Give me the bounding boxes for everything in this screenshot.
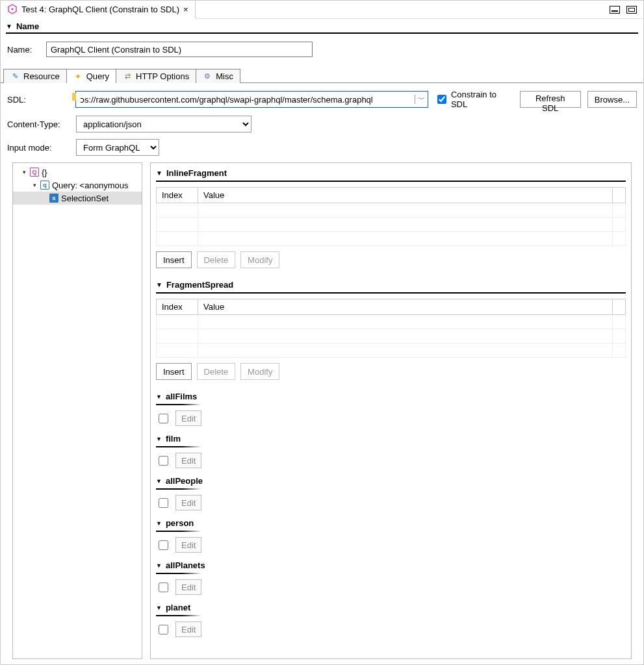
collapse-icon[interactable]: ▼ — [156, 169, 162, 177]
field-row: Edit — [156, 579, 626, 595]
field-enable-checkbox[interactable] — [159, 540, 168, 550]
fragment-spread-table[interactable]: Index Value — [156, 299, 626, 358]
field-title: planet — [166, 603, 190, 612]
edit-button[interactable]: Edit — [175, 621, 201, 637]
app-icon — [7, 4, 18, 14]
field-row: Edit — [156, 537, 626, 553]
field-title: allPeople — [166, 476, 203, 486]
pencil-icon: ✎ — [10, 72, 19, 81]
field-planet: ▼planetEdit — [156, 601, 626, 637]
table-row[interactable] — [157, 329, 626, 344]
table-row[interactable] — [157, 344, 626, 358]
edit-button[interactable]: Edit — [175, 537, 201, 553]
collapse-icon[interactable]: ▼ — [156, 562, 162, 569]
field-title: allFilms — [166, 392, 197, 401]
tree-root-label: {} — [42, 168, 47, 177]
field-header: ▼allPeople — [156, 475, 626, 487]
minimize-icon[interactable] — [610, 6, 620, 14]
field-enable-checkbox[interactable] — [159, 498, 168, 508]
query-badge-icon: Q — [30, 168, 39, 177]
insert-button[interactable]: Insert — [156, 251, 192, 268]
delete-button: Delete — [197, 251, 236, 268]
main-tabs: ✎ Resource ✦ Query ⇄ HTTP Options ⚙ Misc — [1, 66, 643, 83]
collapse-icon[interactable]: ▼ — [156, 478, 162, 484]
edit-button[interactable]: Edit — [175, 495, 201, 510]
collapse-icon[interactable]: ▼ — [156, 605, 162, 611]
tab-query[interactable]: ✦ Query — [66, 69, 116, 83]
editor-tab-title: Test 4: GraphQL Client (Constrain to SDL… — [21, 5, 179, 14]
input-mode-select[interactable]: Form GraphQL — [76, 139, 159, 156]
tab-misc[interactable]: ⚙ Misc — [196, 69, 240, 83]
col-index[interactable]: Index — [157, 299, 198, 315]
section-divider — [156, 531, 201, 532]
chevron-down-icon[interactable]: ▾ — [21, 169, 27, 175]
name-input[interactable] — [46, 42, 313, 57]
query-badge-icon: q — [40, 181, 49, 190]
star-icon: ✦ — [73, 72, 83, 81]
col-index[interactable]: Index — [157, 188, 198, 203]
constrain-checkbox[interactable]: Constrain to SDL — [435, 90, 513, 109]
close-icon[interactable]: × — [183, 5, 188, 14]
section-divider — [156, 404, 201, 405]
field-header: ▼film — [156, 433, 626, 445]
content-type-select[interactable]: application/json — [76, 116, 251, 132]
tab-http-options[interactable]: ⇄ HTTP Options — [116, 69, 196, 83]
edit-button[interactable]: Edit — [175, 410, 201, 426]
col-value[interactable]: Value — [198, 188, 613, 203]
collapse-icon[interactable]: ▼ — [156, 436, 162, 442]
edit-button[interactable]: Edit — [175, 453, 201, 468]
table-row[interactable] — [157, 232, 626, 246]
inline-fragment-section: ▼ InlineFragment Index Value — [156, 167, 626, 268]
table-row[interactable] — [157, 315, 626, 329]
insert-button[interactable]: Insert — [156, 363, 192, 380]
field-row: Edit — [156, 410, 626, 426]
browse-button[interactable]: Browse... — [587, 91, 637, 108]
section-divider — [156, 488, 201, 490]
tab-http-label: HTTP Options — [136, 71, 189, 81]
field-title: film — [166, 434, 181, 444]
field-enable-checkbox[interactable] — [159, 625, 168, 634]
section-divider — [156, 573, 201, 574]
selection-badge-icon: S — [49, 194, 58, 203]
tree-selection-set-label: SelectionSet — [61, 194, 109, 203]
tab-resource[interactable]: ✎ Resource — [3, 69, 67, 83]
chevron-down-icon[interactable]: ▾ — [31, 182, 38, 188]
field-enable-checkbox[interactable] — [159, 414, 168, 423]
field-row: Edit — [156, 495, 626, 510]
collapse-icon[interactable]: ▼ — [156, 281, 162, 288]
field-title: allPlanets — [166, 560, 205, 570]
tree-root[interactable]: ▾ Q {} — [13, 166, 142, 179]
sdl-combo[interactable]: ﹀ — [75, 91, 428, 108]
content-type-label: Content-Type: — [7, 119, 71, 129]
collapse-icon[interactable]: ▼ — [156, 520, 162, 527]
field-allPlanets: ▼allPlanetsEdit — [156, 559, 626, 595]
col-value[interactable]: Value — [198, 299, 613, 315]
section-divider — [156, 292, 626, 294]
chevron-down-icon[interactable]: ﹀ — [415, 95, 428, 104]
tree-panel[interactable]: ▾ Q {} ▾ q Query: <anonymous S Selection… — [12, 162, 142, 659]
field-enable-checkbox[interactable] — [159, 456, 168, 466]
tab-query-label: Query — [86, 71, 109, 81]
field-row: Edit — [156, 621, 626, 637]
inline-fragment-table[interactable]: Index Value — [156, 187, 626, 246]
field-header: ▼person — [156, 517, 626, 529]
collapse-icon[interactable]: ▼ — [156, 394, 162, 400]
editor-tab[interactable]: Test 4: GraphQL Client (Constrain to SDL… — [1, 1, 196, 19]
tree-query-anon[interactable]: ▾ q Query: <anonymous — [13, 179, 142, 192]
field-enable-checkbox[interactable] — [159, 583, 168, 592]
constrain-checkbox-input[interactable] — [437, 95, 446, 104]
collapse-icon[interactable]: ▼ — [6, 23, 12, 30]
name-section-divider — [6, 32, 638, 34]
table-row[interactable] — [157, 203, 626, 218]
field-header: ▼planet — [156, 601, 626, 614]
table-row[interactable] — [157, 218, 626, 232]
section-divider — [156, 181, 626, 182]
misc-icon: ⚙ — [203, 72, 212, 81]
maximize-icon[interactable] — [626, 6, 637, 14]
refresh-sdl-button[interactable]: Refresh SDL — [520, 91, 581, 108]
edit-button[interactable]: Edit — [175, 579, 201, 595]
inline-fragment-title: InlineFragment — [166, 168, 227, 178]
name-section-header: ▼ Name — [1, 19, 643, 32]
sdl-input[interactable] — [76, 94, 415, 106]
tree-selection-set[interactable]: S SelectionSet — [13, 192, 142, 205]
